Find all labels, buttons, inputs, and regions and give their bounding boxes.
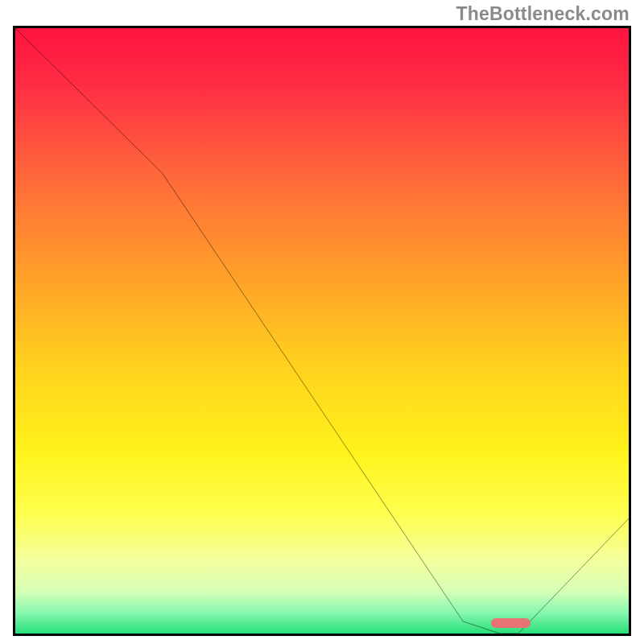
watermark-text: TheBottleneck.com: [456, 3, 630, 25]
bottleneck-gradient-background: [15, 28, 629, 634]
optimal-marker: [491, 618, 531, 628]
chart-frame: [13, 26, 631, 636]
svg-rect-0: [15, 28, 629, 634]
